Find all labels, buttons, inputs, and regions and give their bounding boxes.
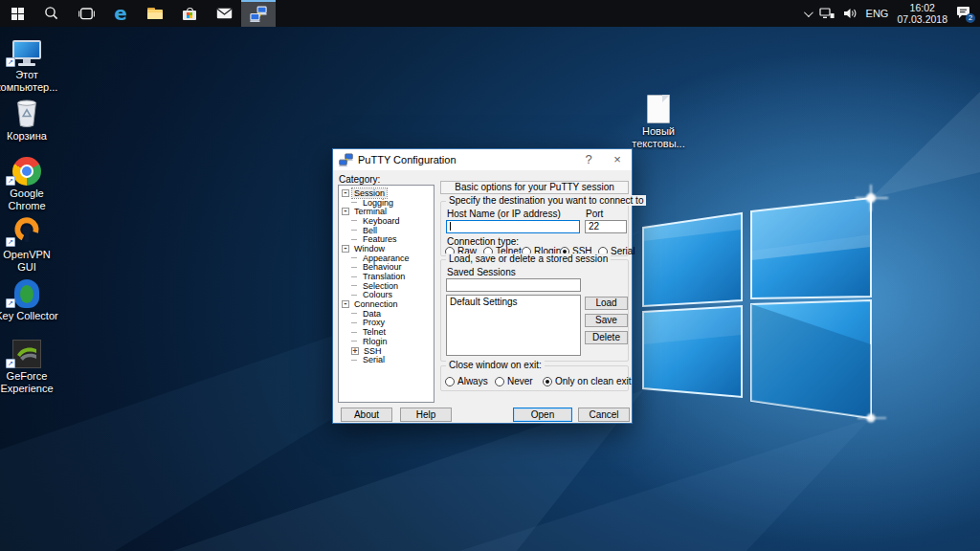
help-button[interactable]: Help [400,408,452,422]
shortcut-arrow-icon: ↗ [6,298,15,308]
close-exit-radio[interactable]: Never [495,376,533,386]
chrome-icon: ↗ [0,151,54,186]
tree-expander-icon[interactable] [351,257,357,258]
tree-node[interactable]: Bell [339,226,434,235]
desktop-icon-openvpn[interactable]: ↗ OpenVPN GUI [0,212,54,273]
store-button[interactable] [172,0,207,27]
dialog-titlebar[interactable]: PuTTY Configuration ? × [333,149,632,170]
radio-circle-icon [445,377,455,386]
tree-node[interactable]: Colours [339,291,434,300]
desktop-icon-new-text-file[interactable]: Новый текстовы... [632,89,685,149]
close-exit-radio[interactable]: Always [445,376,488,386]
tray-chevron-icon[interactable] [804,8,813,17]
category-tree: - Session Logging - Terminal Keyboard Be… [338,185,434,403]
language-indicator[interactable]: ENG [866,8,889,19]
tree-node[interactable]: + SSH [339,346,434,356]
tree-node-label: Terminal [352,207,389,216]
close-exit-radio[interactable]: Only on clean exit [543,376,632,386]
saved-sessions-input[interactable] [446,278,581,292]
tree-node[interactable]: Rlogin [339,337,434,346]
geforce-icon: ↗ [0,334,54,368]
tree-expander-icon[interactable] [351,322,357,323]
tree-node[interactable]: - Session [339,188,434,198]
dialog-help-button[interactable]: ? [574,149,603,170]
tree-node[interactable]: Data [339,309,434,319]
open-button[interactable]: Open [513,408,572,422]
shortcut-arrow-icon: ↗ [6,237,15,247]
saved-session-item[interactable]: Default Settings [447,296,580,308]
tree-node-label: Proxy [361,318,387,327]
radio-label: Always [457,376,488,386]
putty-configuration-dialog: PuTTY Configuration ? × Category: - Sess… [332,148,633,424]
tree-node[interactable]: Selection [339,281,434,291]
tree-node[interactable]: - Window [339,244,434,253]
host-name-input[interactable] [446,220,580,233]
tree-node[interactable]: - Connection [339,299,434,309]
search-button[interactable] [34,0,69,27]
volume-icon[interactable] [843,8,858,19]
desktop-icon-key-collector[interactable]: ↗ Key Collector [0,274,54,322]
key-collector-icon: ↗ [0,274,54,308]
radio-circle-icon [495,377,504,386]
tree-node[interactable]: Features [339,234,434,244]
tree-node-label: Data [361,309,383,319]
tree-expander-icon[interactable] [351,220,357,221]
desktop-icon-recycle-bin[interactable]: Корзина [0,94,54,143]
tree-expander-icon[interactable] [351,202,357,203]
mail-button[interactable] [207,0,241,27]
task-view-button[interactable] [69,0,103,27]
tree-expander-icon[interactable] [351,230,357,231]
desktop-icon-label: GeForce Experience [0,370,58,394]
cancel-button[interactable]: Cancel [578,408,630,422]
edge-button[interactable]: e [103,0,138,27]
network-icon[interactable] [819,8,835,19]
taskbar-apps: e [0,0,276,27]
tree-expander-icon[interactable]: - [342,208,349,215]
session-action-button[interactable]: Save [585,314,628,327]
panel-header: Basic options for your PuTTY session [440,181,629,194]
tree-expander-icon[interactable] [351,332,357,333]
tree-node[interactable]: Serial [339,355,434,364]
tree-expander-icon[interactable] [351,285,357,286]
desktop-icon-google-chrome[interactable]: ↗ Google Chrome [0,151,54,211]
tree-expander-icon[interactable] [351,341,357,342]
tree-expander-icon[interactable] [351,313,357,314]
tree-node-label: Appearance [361,253,412,263]
desktop-icon-this-pc[interactable]: ↗ Этот компьютер... [0,33,54,93]
about-button[interactable]: About [341,408,392,422]
session-action-button[interactable]: Delete [585,331,628,344]
start-button[interactable] [0,0,34,27]
tree-expander-icon[interactable] [351,239,357,240]
tree-expander-icon[interactable]: - [342,300,349,308]
tree-expander-icon[interactable] [351,276,357,277]
clock[interactable]: 16:02 07.03.2018 [897,2,947,25]
desktop-icon-label: Google Chrome [0,187,58,211]
file-explorer-icon [147,8,163,19]
file-explorer-button[interactable] [138,0,172,27]
tree-node[interactable]: Translation [339,272,434,281]
tree-node[interactable]: Telnet [339,327,434,337]
tree-node[interactable]: Appearance [339,253,434,263]
putty-taskbar-button[interactable] [241,0,276,27]
close-exit-groupbox: Close window on exit: Always Never Only … [440,365,629,391]
dialog-close-button[interactable]: × [603,149,632,170]
tree-expander-icon[interactable] [351,267,357,268]
tree-expander-icon[interactable]: - [342,189,349,197]
tree-node[interactable]: - Terminal [339,207,434,216]
tree-node[interactable]: Behaviour [339,263,434,273]
desktop-icon-label: Этот компьютер... [0,69,58,93]
session-action-button[interactable]: Load [585,297,628,310]
tree-node[interactable]: Proxy [339,319,434,328]
tree-expander-icon[interactable]: + [351,347,359,355]
tree-node[interactable]: Keyboard [339,216,434,226]
desktop-icon-geforce[interactable]: ↗ GeForce Experience [0,334,54,394]
tree-expander-icon[interactable]: - [342,245,349,253]
tree-expander-icon[interactable] [351,295,357,296]
action-center-button[interactable]: 2 [956,6,972,21]
tree-expander-icon[interactable] [351,360,357,361]
port-input[interactable]: 22 [585,220,627,233]
tree-node-label: Bell [361,226,379,235]
this-pc-icon: ↗ [0,33,54,67]
saved-sessions-list[interactable]: Default Settings [446,295,581,356]
tree-node[interactable]: Logging [339,198,434,208]
